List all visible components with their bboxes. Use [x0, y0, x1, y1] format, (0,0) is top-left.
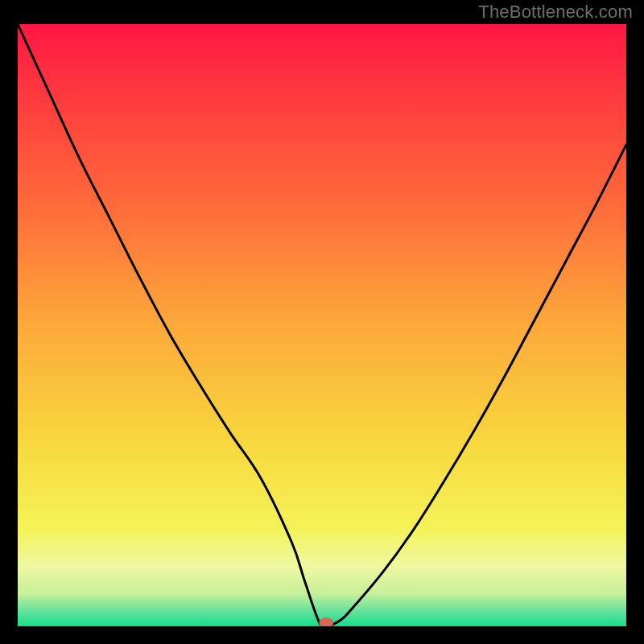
chart-svg [18, 24, 626, 626]
chart-plot-area [18, 24, 626, 626]
chart-background [18, 24, 626, 626]
watermark-text: TheBottleneck.com [478, 2, 633, 23]
chart-frame: TheBottleneck.com [0, 0, 644, 644]
